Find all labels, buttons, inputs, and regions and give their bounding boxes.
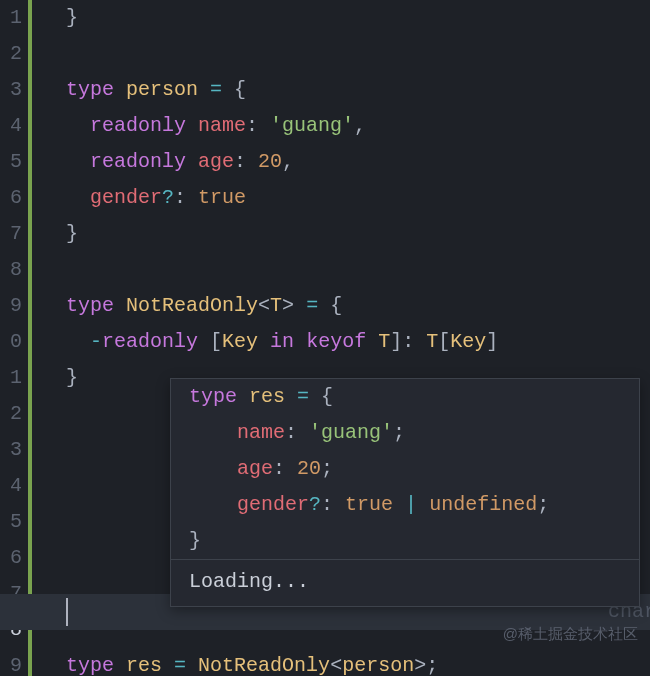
semicolon: ; — [537, 493, 549, 516]
code-line[interactable]: type res = NotReadOnly<person>; — [66, 648, 650, 676]
hover-tooltip[interactable]: type res = { name: 'guang'; age: 20; gen… — [170, 378, 640, 607]
code-editor[interactable]: 1 2 3 4 5 6 7 8 9 0 1 2 3 4 5 6 7 8 9 } … — [0, 0, 650, 676]
code-line[interactable] — [66, 36, 650, 72]
mapped-key: Key — [450, 330, 486, 353]
angle-open: < — [258, 294, 270, 317]
code-line[interactable]: } — [66, 216, 650, 252]
readonly-modifier: readonly — [90, 150, 186, 173]
keyword-type: type — [66, 294, 114, 317]
type-name: res — [249, 385, 285, 408]
property-name: age — [237, 457, 273, 480]
type-parameter: T — [270, 294, 282, 317]
code-line[interactable]: readonly age: 20, — [66, 144, 650, 180]
code-line[interactable]: -readonly [Key in keyof T]: T[Key] — [66, 324, 650, 360]
line-number: 2 — [0, 396, 22, 432]
semicolon: ; — [426, 654, 438, 676]
line-number: 8 — [0, 252, 22, 288]
pipe: | — [405, 493, 417, 516]
boolean-literal: true — [198, 186, 246, 209]
colon: : — [273, 457, 285, 480]
semicolon: ; — [321, 457, 333, 480]
hover-loading-text: Loading... — [171, 560, 639, 606]
angle-close: > — [414, 654, 426, 676]
type-name: res — [126, 654, 162, 676]
keyword-keyof: keyof — [306, 330, 366, 353]
readonly-modifier: readonly — [90, 114, 186, 137]
hover-line: gender?: true | undefined; — [171, 487, 639, 523]
brace-open: { — [234, 78, 246, 101]
equals: = — [210, 78, 222, 101]
type-name: person — [126, 78, 198, 101]
line-number: 5 — [0, 504, 22, 540]
semicolon: ; — [393, 421, 405, 444]
type-reference: NotReadOnly — [198, 654, 330, 676]
bracket-close: ] — [486, 330, 498, 353]
line-number: 7 — [0, 216, 22, 252]
code-line[interactable]: type person = { — [66, 72, 650, 108]
readonly-modifier: readonly — [102, 330, 198, 353]
undefined-keyword: undefined — [429, 493, 537, 516]
brace-close: } — [66, 222, 78, 245]
line-number: 4 — [0, 468, 22, 504]
bracket-open: [ — [210, 330, 222, 353]
colon: : — [174, 186, 186, 209]
line-number-gutter: 1 2 3 4 5 6 7 8 9 0 1 2 3 4 5 6 7 8 9 — [0, 0, 28, 676]
comma: , — [282, 150, 294, 173]
type-name: NotReadOnly — [126, 294, 258, 317]
type-argument: person — [342, 654, 414, 676]
type-parameter: T — [378, 330, 390, 353]
keyword-in: in — [270, 330, 294, 353]
angle-close: > — [282, 294, 294, 317]
hover-line: name: 'guang'; — [171, 415, 639, 451]
number-literal: 20 — [297, 457, 321, 480]
code-line[interactable] — [66, 252, 650, 288]
code-area[interactable]: } type person = { readonly name: 'guang'… — [32, 0, 650, 676]
angle-open: < — [330, 654, 342, 676]
line-number: 9 — [0, 648, 22, 676]
line-number: 5 — [0, 144, 22, 180]
line-number: 6 — [0, 540, 22, 576]
line-number: 1 — [0, 0, 22, 36]
colon: : — [321, 493, 333, 516]
bracket-close: ] — [390, 330, 402, 353]
line-number: 4 — [0, 108, 22, 144]
code-line[interactable]: readonly name: 'guang', — [66, 108, 650, 144]
property-name: gender — [90, 186, 162, 209]
colon: : — [285, 421, 297, 444]
type-parameter: T — [426, 330, 438, 353]
property-name: gender — [237, 493, 309, 516]
colon: : — [246, 114, 258, 137]
brace-close: } — [189, 529, 201, 552]
colon: : — [234, 150, 246, 173]
optional-mark: ? — [309, 493, 321, 516]
code-line[interactable]: } — [66, 0, 650, 36]
equals: = — [297, 385, 309, 408]
equals: = — [174, 654, 186, 676]
brace-close: } — [66, 6, 78, 29]
line-number: 1 — [0, 360, 22, 396]
bracket-open: [ — [438, 330, 450, 353]
colon: : — [402, 330, 414, 353]
keyword-type: type — [66, 654, 114, 676]
brace-close: } — [66, 366, 78, 389]
keyword-type: type — [189, 385, 237, 408]
brace-open: { — [330, 294, 342, 317]
line-number: 3 — [0, 72, 22, 108]
equals: = — [306, 294, 318, 317]
hover-line: age: 20; — [171, 451, 639, 487]
keyword-type: type — [66, 78, 114, 101]
line-number: 3 — [0, 432, 22, 468]
watermark-text: @稀土掘金技术社区 — [503, 616, 638, 652]
text-cursor — [66, 598, 68, 626]
line-number: 0 — [0, 324, 22, 360]
string-literal: 'guang' — [270, 114, 354, 137]
line-number: 9 — [0, 288, 22, 324]
minus: - — [90, 330, 102, 353]
property-name: age — [198, 150, 234, 173]
comma: , — [354, 114, 366, 137]
boolean-literal: true — [345, 493, 393, 516]
code-line[interactable]: type NotReadOnly<T> = { — [66, 288, 650, 324]
code-line[interactable]: gender?: true — [66, 180, 650, 216]
property-name: name — [198, 114, 246, 137]
hover-line: type res = { — [171, 379, 639, 415]
